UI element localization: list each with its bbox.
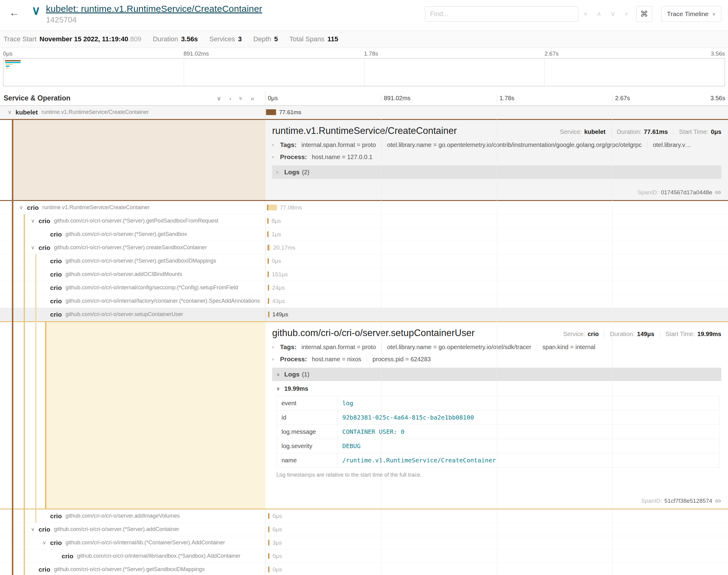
tags-accordion[interactable]: › Tags: internal.span.format = proto ote… xyxy=(272,343,721,351)
span-bar[interactable] xyxy=(268,285,269,291)
span-row-seccomp-setupfromfield[interactable]: crio github.com/cri-o/cri-o/internal/con… xyxy=(0,281,728,295)
expand-all-icon[interactable]: » xyxy=(251,95,254,102)
chevron-down-icon[interactable]: ∨ xyxy=(27,218,39,224)
span-bar[interactable] xyxy=(268,311,269,317)
trace-collapse-chevron-icon[interactable]: ∨ xyxy=(32,4,40,16)
link-icon[interactable] xyxy=(715,189,721,196)
span-service: crio xyxy=(50,258,62,265)
span-row-getsandbox[interactable]: crio github.com/cri-o/cri-o/server.(*Ser… xyxy=(0,228,728,241)
span-row-kubelet-createcontainer[interactable]: ∨ kubelet runtime.v1.RuntimeService/Crea… xyxy=(0,106,728,119)
next-match-icon[interactable]: ∨ xyxy=(610,10,615,18)
services-label: Services xyxy=(209,35,235,43)
span-row-specaddannotations[interactable]: crio github.com/cri-o/cri-o/internal/fac… xyxy=(0,295,728,308)
back-button[interactable]: ← xyxy=(9,7,20,19)
span-row-getsandboxidmappings[interactable]: crio github.com/cri-o/cri-o/server.(*Ser… xyxy=(0,255,728,268)
span-operation: github.com/cri-o/cri-o/server.(*Server).… xyxy=(54,566,205,573)
find-input[interactable] xyxy=(425,6,578,22)
span-bar[interactable] xyxy=(267,218,268,224)
timeline-header: Service & Operation ∨ › » » 0μs 891.02ms… xyxy=(0,91,728,106)
span-duration: 24μs xyxy=(272,284,285,291)
span-bar[interactable] xyxy=(267,205,277,210)
span-service: crio xyxy=(50,512,62,520)
span-bar[interactable] xyxy=(266,109,276,115)
span-operation: github.com/cri-o/cri-o/server.addOCIBind… xyxy=(66,271,182,277)
span-row-lib-addcontainer[interactable]: ∨ crio github.com/cri-o/cri-o/internal/l… xyxy=(0,536,728,549)
process-item: host.name = nixos xyxy=(312,356,361,363)
service-label: Service: xyxy=(560,128,582,135)
span-bar[interactable] xyxy=(268,245,270,250)
log-field-key: id xyxy=(277,410,337,425)
span-bar[interactable] xyxy=(268,540,269,546)
prev-match-icon[interactable]: ∧ xyxy=(596,10,601,18)
clear-find-icon[interactable]: × xyxy=(624,10,628,18)
log-field-row: id 92b82381-025c-4a64-815c-ba2e1bb08100 xyxy=(277,410,720,425)
span-row-addimagevolumes[interactable]: crio github.com/cri-o/cri-o/server.addIm… xyxy=(0,509,728,523)
process-label: Process: xyxy=(280,153,307,161)
chevron-down-icon: ∨ xyxy=(712,11,716,17)
chevron-down-icon[interactable]: ∨ xyxy=(39,539,50,546)
span-bar[interactable] xyxy=(268,271,269,277)
span-row-sandbox-addcontainer[interactable]: crio github.com/cri-o/cri-o/internal/lib… xyxy=(0,549,728,563)
chevron-down-icon[interactable]: ∨ xyxy=(27,244,39,251)
span-bar[interactable] xyxy=(268,553,269,559)
span-row-createsandboxcontainer[interactable]: ∨ crio github.com/cri-o/cri-o/server.(*S… xyxy=(0,241,728,255)
service-label: Service: xyxy=(563,331,585,337)
span-id-label: SpanID: xyxy=(641,498,662,504)
span-row-getsandboxidmappings-2[interactable]: crio github.com/cri-o/cri-o/server.(*Ser… xyxy=(0,563,728,575)
logs-accordion[interactable]: › Logs (2) xyxy=(272,165,721,179)
timeline-tick: 891.02ms xyxy=(381,95,410,102)
process-accordion[interactable]: › Process: host.name = 127.0.0.1 xyxy=(272,153,721,161)
service-operation-title: Service & Operation xyxy=(4,94,70,102)
service-value: kubelet xyxy=(584,128,606,135)
span-row-crio-createcontainer[interactable]: ∨ crio runtime.v1.RuntimeService/CreateC… xyxy=(0,201,728,214)
find-controls: ⌖ ∧ ∨ × xyxy=(584,10,628,18)
span-bar[interactable] xyxy=(268,567,269,572)
span-rows: ∨ kubelet runtime.v1.RuntimeService/Crea… xyxy=(0,106,728,575)
span-duration: 0μs xyxy=(272,566,282,573)
trace-title-link[interactable]: kubelet: runtime.v1.RuntimeService/Creat… xyxy=(46,4,262,14)
trace-view-select[interactable]: Trace Timeline ∨ xyxy=(661,6,721,22)
span-row-addocibindmounts[interactable]: crio github.com/cri-o/cri-o/server.addOC… xyxy=(0,268,728,281)
chevron-down-icon[interactable]: ∨ xyxy=(27,526,39,533)
collapse-one-icon[interactable]: ∨ xyxy=(217,95,221,102)
chevron-down-icon[interactable]: ∨ xyxy=(4,109,15,115)
chevron-right-icon: › xyxy=(276,169,284,175)
logs-accordion[interactable]: ∨ Logs (1) xyxy=(272,368,721,381)
span-bar[interactable] xyxy=(268,513,269,519)
log-field-row: event log xyxy=(277,396,720,410)
service-operation-header: Service & Operation ∨ › » » xyxy=(0,91,265,105)
collapse-all-icon[interactable]: » xyxy=(237,97,244,100)
chevron-right-icon: › xyxy=(272,154,280,160)
chevron-down-icon[interactable]: ∨ xyxy=(15,204,27,211)
link-icon[interactable] xyxy=(715,498,721,504)
expand-one-icon[interactable]: › xyxy=(229,95,231,102)
span-bar[interactable] xyxy=(268,527,269,532)
detail-meta: Service:crio Duration:149μs Start Time:1… xyxy=(563,331,722,338)
span-service: crio xyxy=(50,284,62,292)
span-operation: github.com/cri-o/cri-o/internal/config/s… xyxy=(66,284,238,291)
log-fields-table: event log id 92b82381-025c-4a64-815c-ba2… xyxy=(276,396,720,468)
span-duration: 149μs xyxy=(272,311,288,318)
log-field-row: name /runtime.v1.RuntimeService/CreateCo… xyxy=(277,453,720,468)
span-operation: github.com/cri-o/cri-o/server.(*Server).… xyxy=(54,526,179,533)
span-bar[interactable] xyxy=(268,298,269,304)
depth-label: Depth xyxy=(253,35,271,43)
span-duration: 0μs xyxy=(272,258,281,264)
start-time-label: Start Time: xyxy=(679,128,708,135)
span-bar[interactable] xyxy=(268,258,269,264)
minimap-viewport[interactable] xyxy=(3,58,725,86)
log-field-value: log xyxy=(337,396,720,410)
log-field-value: 92b82381-025c-4a64-815c-ba2e1bb08100 xyxy=(337,410,720,425)
keyboard-shortcuts-button[interactable]: ⌘ xyxy=(636,6,652,22)
minimap-tick: 3.56s xyxy=(711,50,725,57)
process-accordion[interactable]: › Process: host.name = nixos process.pid… xyxy=(272,356,721,363)
span-duration: 8μs xyxy=(271,218,281,224)
locate-icon[interactable]: ⌖ xyxy=(584,10,587,18)
log-entry-header[interactable]: ∨ 19.99ms xyxy=(276,385,721,392)
span-row-addcontainer[interactable]: ∨ crio github.com/cri-o/cri-o/server.(*S… xyxy=(0,523,728,536)
span-row-setupcontaineruser[interactable]: crio github.com/cri-o/cri-o/server.setup… xyxy=(0,308,728,321)
span-row-getpodsandboxfromrequest[interactable]: ∨ crio github.com/cri-o/cri-o/server.(*S… xyxy=(0,214,728,228)
span-bar[interactable] xyxy=(267,231,268,237)
span-duration: 1μs xyxy=(271,231,281,238)
tags-accordion[interactable]: › Tags: internal.span.format = proto ote… xyxy=(272,141,721,148)
